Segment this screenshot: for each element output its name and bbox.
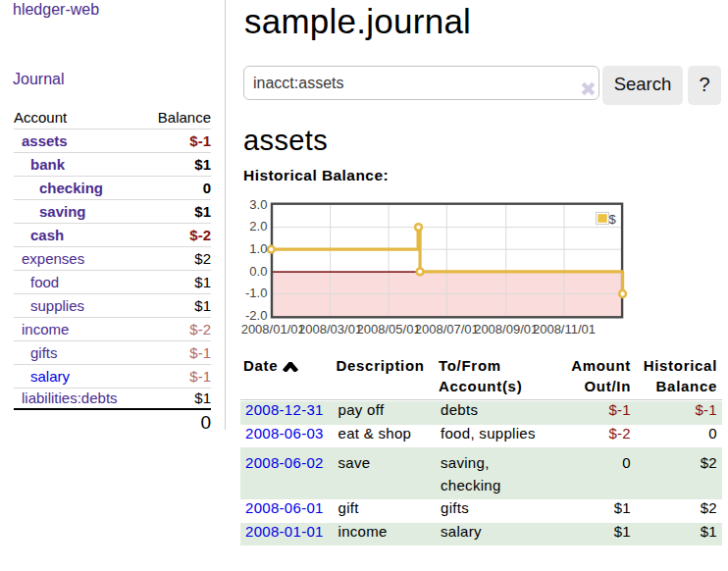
svg-text:2008/05/01: 2008/05/01 bbox=[357, 322, 421, 337]
svg-text:-1.0: -1.0 bbox=[245, 286, 267, 300]
svg-text:3.0: 3.0 bbox=[249, 197, 267, 212]
svg-text:1.0: 1.0 bbox=[249, 241, 267, 256]
svg-text:2008/03/01: 2008/03/01 bbox=[298, 322, 362, 337]
svg-text:0.0: 0.0 bbox=[249, 264, 267, 279]
svg-text:2008/11/01: 2008/11/01 bbox=[533, 322, 596, 337]
svg-text:2008/09/01: 2008/09/01 bbox=[474, 322, 538, 337]
svg-text:2008/07/01: 2008/07/01 bbox=[415, 322, 479, 337]
svg-text:2008/01/01: 2008/01/01 bbox=[241, 322, 305, 337]
svg-text:$: $ bbox=[609, 212, 617, 227]
svg-text:2.0: 2.0 bbox=[249, 219, 267, 234]
svg-text:-2.0: -2.0 bbox=[245, 308, 267, 323]
